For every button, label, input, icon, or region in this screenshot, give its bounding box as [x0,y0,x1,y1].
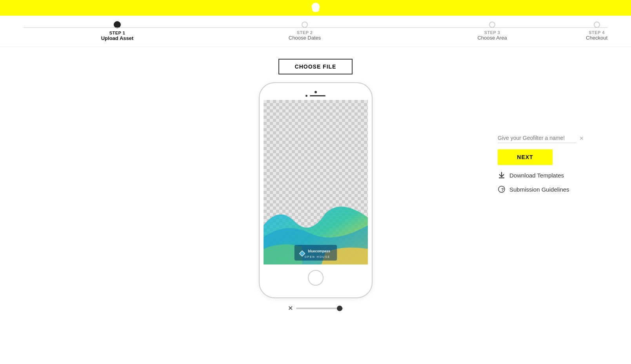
phone-mockup: bluecompass OPEN HOUSE [259,82,373,298]
step-3-circle [489,22,495,28]
phone-top-elements [264,91,368,97]
step-2-label: Choose Dates [289,35,321,41]
submission-guidelines-label: Submission Guidelines [509,186,569,193]
step-2-circle [302,22,308,28]
step-4-number: STEP 4 [589,30,605,35]
geofilter-name-wrapper: ✕ [498,133,592,143]
choose-file-button[interactable]: CHOOSE FILE [278,59,353,74]
info-icon: ? [498,185,506,193]
phone-home-button-icon [308,270,324,286]
step-3-wrapper: STEP 3 Choose Area [398,22,586,41]
phone-camera-icon [315,91,317,93]
phone-speaker-dot-icon [305,95,307,97]
snapchat-logo-icon [310,2,322,13]
svg-text:OPEN HOUSE: OPEN HOUSE [304,255,330,258]
geofilter-preview: bluecompass OPEN HOUSE [264,202,368,264]
step-2-number: STEP 2 [297,30,313,35]
step-1-number: STEP 1 [109,31,125,35]
next-button[interactable]: NEXT [498,149,553,165]
step-4-label: Checkout [586,35,607,41]
submission-guidelines-link[interactable]: ? Submission Guidelines [498,185,592,193]
zoom-minimize-icon[interactable]: ✕ [288,304,293,312]
download-templates-label: Download Templates [509,172,564,179]
phone-speaker-bar-icon [310,95,326,96]
svg-text:?: ? [501,187,504,192]
geofilter-name-input[interactable] [498,133,576,143]
clear-name-icon[interactable]: ✕ [579,135,584,141]
right-panel: ✕ NEXT Download Templates ? Submission G… [498,133,592,193]
step-4-circle [594,22,600,28]
step-3-number: STEP 3 [484,30,500,35]
zoom-slider[interactable] [296,308,343,309]
main-content: CHOOSE FILE [0,47,631,335]
zoom-controls: ✕ [288,304,343,312]
step-1-wrapper: STEP 1 Upload Asset [24,21,211,41]
steps-container: STEP 1 Upload Asset STEP 2 Choose Dates … [0,16,631,47]
phone-screen: bluecompass OPEN HOUSE [264,100,368,264]
download-templates-link[interactable]: Download Templates [498,171,592,179]
zoom-slider-thumb[interactable] [337,306,342,311]
phone-speaker [305,95,326,97]
step-progress-line [24,27,607,28]
step-1-label: Upload Asset [101,35,134,41]
step-3-label: Choose Area [477,35,507,41]
step-2-wrapper: STEP 2 Choose Dates [211,22,398,41]
download-icon [498,171,506,179]
svg-text:bluecompass: bluecompass [308,249,330,253]
step-4-wrapper: STEP 4 Checkout [586,22,607,41]
header-bar [0,0,631,16]
